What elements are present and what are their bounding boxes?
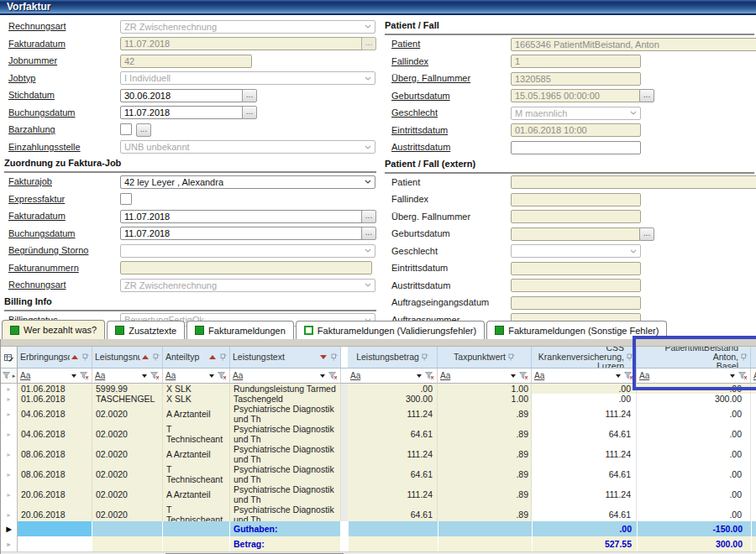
cell-patient[interactable]: .00 xyxy=(637,404,751,424)
cell-stub[interactable] xyxy=(751,394,756,404)
filter-dropdown-icon[interactable] xyxy=(320,374,325,378)
cell-text[interactable]: Psychiatrische Diagnostik und Th xyxy=(230,484,341,504)
select-rechnungsart[interactable]: ZR Zwischenrechnung xyxy=(120,20,375,34)
filter-dropdown-icon[interactable] xyxy=(417,374,422,378)
ellipsis-button[interactable]: ... xyxy=(639,89,654,102)
cell-date[interactable]: 08.06.2018 xyxy=(18,444,92,464)
input-stichdatum[interactable]: 30.06.2018 xyxy=(120,89,244,102)
pin-icon[interactable] xyxy=(627,353,633,361)
match-case-icon[interactable]: Aa xyxy=(534,371,544,380)
input-fakturadatum[interactable]: 11.07.2018 xyxy=(120,37,368,50)
select-geschlecht[interactable] xyxy=(511,244,641,258)
cell-text[interactable]: Rundungsleistung Tarmed xyxy=(230,384,341,394)
cell-date[interactable]: 20.06.2018 xyxy=(18,484,92,504)
column-header-betrag[interactable]: Leistungsbetrag xyxy=(348,347,438,368)
cell-text[interactable]: Psychiatrische Diagnostik und Th xyxy=(230,444,341,464)
tab-wer-bezahlt-was-[interactable]: Wer bezahlt was? xyxy=(2,320,105,339)
match-case-icon[interactable]: Aa xyxy=(95,371,105,380)
select-fakturajob[interactable]: 42 ley Leyer , Alexandra xyxy=(120,175,375,189)
cell-patient[interactable]: .00 xyxy=(637,464,751,484)
cell-stub[interactable] xyxy=(751,424,756,444)
cell-tax[interactable]: .89 xyxy=(438,424,532,444)
cell-spacer[interactable] xyxy=(341,484,348,504)
cell-num[interactable]: 02.0020 xyxy=(92,464,163,484)
filter-funnel-icon[interactable] xyxy=(328,372,338,380)
input--berg-fallnummer[interactable]: 1320585 xyxy=(511,72,641,86)
input-jobnummer[interactable]: 42 xyxy=(120,55,252,68)
pin-icon[interactable] xyxy=(153,353,160,361)
cell-gutter[interactable]: ▸ xyxy=(1,394,18,404)
cell-date[interactable]: 04.06.2018 xyxy=(18,424,92,444)
match-case-icon[interactable]: Aa xyxy=(233,371,243,380)
cell-stub[interactable] xyxy=(751,404,756,424)
table-row[interactable]: ▸20.06.201802.0020A ArztanteilPsychiatri… xyxy=(1,484,756,504)
match-case-icon[interactable]: Aa xyxy=(165,371,176,380)
pin-icon[interactable] xyxy=(220,353,227,361)
gutter-filter-cell[interactable]: ▸ xyxy=(1,368,18,384)
input-patient[interactable]: 1665346 PatientMitBeistand, Anton xyxy=(511,38,756,51)
cell-betrag[interactable]: 111.24 xyxy=(348,444,438,464)
cell-tax[interactable]: 1.00 xyxy=(438,384,532,394)
cell-betrag[interactable]: 300.00 xyxy=(348,394,438,404)
cell-patient[interactable]: .00 xyxy=(637,384,751,394)
input-geburtsdatum[interactable] xyxy=(511,227,641,241)
filter-cell-betrag[interactable]: Aa xyxy=(348,368,438,384)
filter-funnel-icon[interactable] xyxy=(3,372,12,380)
filter-cell-text[interactable]: Aa xyxy=(230,368,341,384)
tab-fakturameldungen[interactable]: Fakturameldungen xyxy=(186,321,294,339)
pin-icon[interactable] xyxy=(741,353,748,361)
input-austrittsdatum[interactable] xyxy=(511,141,641,154)
ellipsis-button[interactable]: ... xyxy=(361,37,376,50)
column-header-css[interactable]: CSS Krankenversicherung, Luzern xyxy=(532,347,637,368)
cell-stub[interactable] xyxy=(751,464,756,484)
cell-anteil[interactable]: X SLK xyxy=(163,394,230,404)
table-row[interactable]: ▸08.06.201802.0020T TechnischeantPsychia… xyxy=(1,464,756,484)
cell-betrag[interactable]: 64.61 xyxy=(348,424,438,444)
cell-spacer[interactable] xyxy=(341,394,348,404)
column-header-text[interactable]: Leistungstext xyxy=(230,347,341,368)
ellipsis-button[interactable]: ... xyxy=(639,227,654,241)
cell-gutter[interactable]: ▸ xyxy=(1,464,18,484)
select-begr-ndung-storno[interactable] xyxy=(120,244,375,258)
table-row[interactable]: ▸01.06.20185999.99X SLKRundungsleistung … xyxy=(1,384,756,394)
cell-betrag[interactable]: 111.24 xyxy=(348,404,438,424)
cell-tax[interactable]: .89 xyxy=(438,404,532,424)
cell-num[interactable]: 02.0020 xyxy=(92,404,163,424)
select-jobtyp[interactable]: I Individuell xyxy=(120,71,375,85)
cell-num[interactable]: 02.0020 xyxy=(92,424,163,444)
cell-patient[interactable]: .00 xyxy=(637,484,751,504)
cell-betrag[interactable]: 111.24 xyxy=(348,484,438,504)
cell-patient[interactable]: 300.00 xyxy=(637,394,751,404)
filter-cell-num[interactable]: Aa xyxy=(92,368,163,384)
cell-css[interactable]: 111.24 xyxy=(532,444,637,464)
filter-cell-tax[interactable]: Aa xyxy=(438,368,532,384)
cell-date[interactable]: 01.06.2018 xyxy=(18,394,92,404)
cell-text[interactable]: Psychiatrische Diagnostik und Th xyxy=(230,404,341,424)
tab-fakturameldungen-validierungsfehler-[interactable]: Fakturameldungen (Validierungsfehler) xyxy=(296,321,485,339)
table-row[interactable]: ▸08.06.201802.0020A ArztanteilPsychiatri… xyxy=(1,444,756,464)
table-row[interactable]: ▸04.06.201802.0020T TechnischeantPsychia… xyxy=(1,424,756,444)
cell-css[interactable]: 111.24 xyxy=(532,484,637,504)
cell-spacer[interactable] xyxy=(341,384,348,394)
cell-anteil[interactable]: A Arztanteil xyxy=(163,444,230,464)
match-case-icon[interactable]: Aa xyxy=(639,371,649,380)
column-header-date[interactable]: Erbringungsda xyxy=(18,347,92,368)
checkbox-expressfaktur[interactable] xyxy=(120,193,132,205)
input-fallindex[interactable] xyxy=(511,193,641,206)
cell-css[interactable]: .00 xyxy=(532,394,637,404)
cell-text[interactable]: Taschengeld xyxy=(230,394,341,404)
filter-dropdown-icon[interactable] xyxy=(616,374,621,378)
ellipsis-button[interactable]: ... xyxy=(361,227,376,240)
cell-date[interactable]: 01.06.2018 xyxy=(18,384,92,394)
cell-spacer[interactable] xyxy=(341,404,348,424)
cell-betrag[interactable]: .00 xyxy=(348,384,438,394)
input-geburtsdatum[interactable]: 15.05.1965 00:00:00 xyxy=(511,89,641,102)
cell-date[interactable]: 04.06.2018 xyxy=(18,404,92,424)
input--berg-fallnummer[interactable] xyxy=(511,210,641,223)
cell-gutter[interactable]: ▸ xyxy=(1,404,18,424)
select-rechnungsart[interactable]: ZR Zwischenrechnung xyxy=(120,279,375,292)
cell-gutter[interactable]: ▸ xyxy=(1,484,18,504)
stub-filter-cell[interactable]: Aa xyxy=(751,368,756,384)
checkbox-barzahlung[interactable] xyxy=(120,123,132,135)
pin-icon[interactable] xyxy=(508,353,515,361)
